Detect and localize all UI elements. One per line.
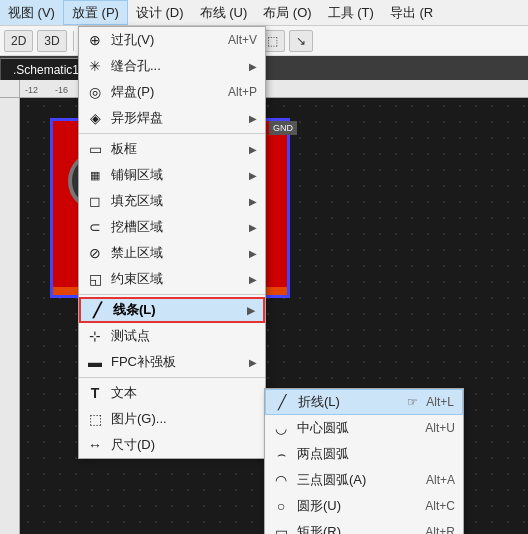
ruler-h-label-1: -12	[25, 85, 38, 95]
menubar: 视图 (V) 放置 (P) 设计 (D) 布线 (U) 布局 (O) 工具 (T…	[0, 0, 528, 26]
circle-shortcut: Alt+C	[425, 499, 455, 513]
dimension-icon: ↔	[85, 435, 105, 455]
constraint-icon: ◱	[85, 269, 105, 289]
submenu-two-arc[interactable]: ⌢ 两点圆弧	[265, 441, 463, 467]
menu-constraint[interactable]: ◱ 约束区域 ▶	[79, 266, 265, 292]
cutout-label: 挖槽区域	[111, 218, 245, 236]
submenu-polyline[interactable]: ╱ 折线(L) ☞ Alt+L	[265, 389, 463, 415]
wire-arrow: ▶	[247, 305, 255, 316]
polyline-label: 折线(L)	[298, 393, 405, 411]
menu-export[interactable]: 导出 (R	[382, 0, 441, 25]
menu-keepout[interactable]: ⊘ 禁止区域 ▶	[79, 240, 265, 266]
keepout-icon: ⊘	[85, 243, 105, 263]
constraint-label: 约束区域	[111, 270, 245, 288]
rect-shortcut: Alt+R	[425, 525, 455, 534]
special-pad-arrow: ▶	[249, 113, 257, 124]
divider-1	[79, 133, 265, 134]
menu-fpc[interactable]: ▬ FPC补强板 ▶	[79, 349, 265, 375]
polyline-shortcut: Alt+L	[426, 395, 454, 409]
wire-icon: ╱	[87, 300, 107, 320]
fpc-label: FPC补强板	[111, 353, 245, 371]
keepout-arrow: ▶	[249, 248, 257, 259]
special-pad-label: 异形焊盘	[111, 109, 245, 127]
rect-icon: ▭	[271, 522, 291, 534]
cutout-icon: ⊂	[85, 217, 105, 237]
circle-icon: ○	[271, 496, 291, 516]
board-outline-icon: ▭	[85, 139, 105, 159]
menu-place[interactable]: 放置 (P)	[63, 0, 128, 25]
via-icon: ⊕	[85, 30, 105, 50]
two-arc-icon: ⌢	[271, 444, 291, 464]
menu-tools[interactable]: 工具 (T)	[320, 0, 382, 25]
center-arc-label: 中心圆弧	[297, 419, 417, 437]
stitch-icon: ✳	[85, 56, 105, 76]
polyline-icon: ╱	[272, 392, 292, 412]
pad-icon: ◎	[85, 82, 105, 102]
pad-label: 焊盘(P)	[111, 83, 220, 101]
rect-label: 矩形(R)	[297, 523, 417, 534]
menu-cutout[interactable]: ⊂ 挖槽区域 ▶	[79, 214, 265, 240]
pcb-gnd-area: GND	[269, 121, 297, 135]
place-dropdown[interactable]: ⊕ 过孔(V) Alt+V ✳ 缝合孔... ▶ ◎ 焊盘(P) Alt+P ◈…	[78, 26, 266, 459]
image-label: 图片(G)...	[111, 410, 257, 428]
submenu-circle[interactable]: ○ 圆形(U) Alt+C	[265, 493, 463, 519]
fill-area-label: 填充区域	[111, 192, 245, 210]
testpoint-label: 测试点	[111, 327, 257, 345]
menu-layout[interactable]: 布局 (O)	[255, 0, 319, 25]
three-arc-icon: ◠	[271, 470, 291, 490]
menu-route[interactable]: 布线 (U)	[192, 0, 256, 25]
fpc-arrow: ▶	[249, 357, 257, 368]
divider-2	[79, 294, 265, 295]
three-arc-label: 三点圆弧(A)	[297, 471, 418, 489]
constraint-arrow: ▶	[249, 274, 257, 285]
submenu-rect[interactable]: ▭ 矩形(R) Alt+R	[265, 519, 463, 534]
menu-fill-area[interactable]: ◻ 填充区域 ▶	[79, 188, 265, 214]
submenu-three-arc[interactable]: ◠ 三点圆弧(A) Alt+A	[265, 467, 463, 493]
cursor-hand: ☞	[407, 395, 418, 409]
image-icon: ⬚	[85, 409, 105, 429]
menu-copper-pour[interactable]: ▦ 铺铜区域 ▶	[79, 162, 265, 188]
three-arc-shortcut: Alt+A	[426, 473, 455, 487]
keepout-label: 禁止区域	[111, 244, 245, 262]
stitch-arrow: ▶	[249, 61, 257, 72]
menu-special-pad[interactable]: ◈ 异形焊盘 ▶	[79, 105, 265, 131]
3d-button[interactable]: 3D	[37, 30, 66, 52]
fpc-icon: ▬	[85, 352, 105, 372]
menu-via[interactable]: ⊕ 过孔(V) Alt+V	[79, 27, 265, 53]
menu-view[interactable]: 视图 (V)	[0, 0, 63, 25]
center-arc-shortcut: Alt+U	[425, 421, 455, 435]
wire-submenu[interactable]: ╱ 折线(L) ☞ Alt+L ◡ 中心圆弧 Alt+U ⌢ 两点圆弧 ◠ 三点…	[264, 388, 464, 534]
two-arc-label: 两点圆弧	[297, 445, 455, 463]
menu-dimension[interactable]: ↔ 尺寸(D)	[79, 432, 265, 458]
menu-text[interactable]: T 文本	[79, 380, 265, 406]
arrow-icon[interactable]: ↘	[289, 30, 313, 52]
copper-pour-arrow: ▶	[249, 170, 257, 181]
pad-shortcut: Alt+P	[228, 85, 257, 99]
ruler-corner	[0, 80, 20, 98]
menu-testpoint[interactable]: ⊹ 测试点	[79, 323, 265, 349]
fill-area-icon: ◻	[85, 191, 105, 211]
dimension-label: 尺寸(D)	[111, 436, 257, 454]
via-shortcut: Alt+V	[228, 33, 257, 47]
via-label: 过孔(V)	[111, 31, 220, 49]
center-arc-icon: ◡	[271, 418, 291, 438]
menu-board-outline[interactable]: ▭ 板框 ▶	[79, 136, 265, 162]
ruler-h-label-2: -16	[55, 85, 68, 95]
board-outline-arrow: ▶	[249, 144, 257, 155]
2d-button[interactable]: 2D	[4, 30, 33, 52]
menu-stitch[interactable]: ✳ 缝合孔... ▶	[79, 53, 265, 79]
submenu-center-arc[interactable]: ◡ 中心圆弧 Alt+U	[265, 415, 463, 441]
wire-label: 线条(L)	[113, 301, 243, 319]
copper-pour-icon: ▦	[85, 165, 105, 185]
menu-pad[interactable]: ◎ 焊盘(P) Alt+P	[79, 79, 265, 105]
copper-pour-label: 铺铜区域	[111, 166, 245, 184]
divider-3	[79, 377, 265, 378]
menu-wire[interactable]: ╱ 线条(L) ▶	[79, 297, 265, 323]
text-label: 文本	[111, 384, 257, 402]
menu-design[interactable]: 设计 (D)	[128, 0, 192, 25]
stitch-label: 缝合孔...	[111, 57, 245, 75]
fill-area-arrow: ▶	[249, 196, 257, 207]
ruler-vertical	[0, 98, 20, 534]
menu-image[interactable]: ⬚ 图片(G)...	[79, 406, 265, 432]
pcb-gnd-label: GND	[273, 123, 293, 133]
